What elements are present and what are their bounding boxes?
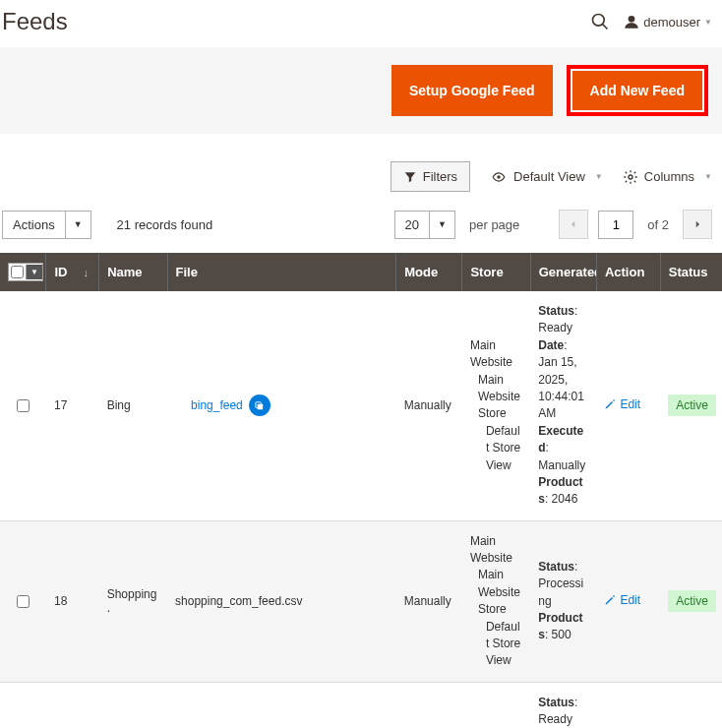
table-row: 19Google Feedfeed-1By ScheduleMain Websi… [0,682,722,728]
svg-point-4 [629,175,632,179]
pencil-icon [604,398,616,410]
edit-link[interactable]: Edit [604,397,640,411]
gear-icon [623,169,638,185]
of-pages-label: of 2 [647,217,669,232]
col-header-store[interactable]: Store [462,253,530,291]
pager-next-button[interactable] [683,210,712,239]
cell-name: Shopping. [99,520,167,682]
file-download-link[interactable]: bing_feed [175,398,243,412]
action-bar: Setup Google Feed Add New Feed [0,47,722,134]
columns-label: Columns [644,169,694,184]
copy-button[interactable] [249,394,271,416]
svg-point-2 [629,16,635,23]
col-header-action[interactable]: Action [596,253,660,291]
filters-label: Filters [423,169,457,184]
file-name-label: shopping_com_feed.csv [175,594,302,608]
copy-icon [254,400,265,411]
col-header-name[interactable]: Name [99,253,167,291]
columns-button[interactable]: Columns [623,169,712,185]
cell-action: Edit [596,291,660,520]
col-header-generated[interactable]: Generated [530,253,596,291]
cell-mode: By Schedule [396,682,462,728]
svg-line-1 [603,25,608,30]
search-icon[interactable] [590,12,610,31]
cell-action: Edit [596,682,660,728]
row-checkbox[interactable] [17,399,30,412]
page-size-value: 20 [394,211,430,239]
cell-id: 18 [46,520,99,682]
actions-select[interactable]: Actions ▼ [2,211,91,239]
funnel-icon [403,170,417,184]
feeds-table: ▼ ID↓ Name File Mode Store Generated Act… [0,253,722,728]
cell-mode: Manually [396,520,462,682]
status-badge: Active [668,394,716,416]
cell-generated: Status: ReadyDate: Oct 1, 2019, 8:50:44 … [530,682,596,728]
default-view-label: Default View [513,169,585,184]
pager-prev-button[interactable] [559,210,588,239]
records-found-label: 21 records found [117,217,213,232]
chevron-right-icon [692,219,702,229]
svg-point-0 [593,15,605,27]
cell-file: feed-1 [167,682,396,728]
cell-status: Active [660,520,722,682]
cell-status: Active [660,291,722,520]
cell-name: Google Feed [99,682,167,728]
edit-label: Edit [620,397,640,411]
setup-google-feed-button[interactable]: Setup Google Feed [391,65,553,116]
svg-point-3 [497,175,501,179]
cell-store: Main WebsiteMain Website StoreDefault St… [462,520,530,682]
status-badge: Active [668,590,716,612]
chevron-down-icon: ▼ [430,211,455,239]
cell-name: Bing [99,291,167,520]
current-page-input[interactable] [598,211,633,239]
per-page-label: per page [469,217,519,232]
col-header-check[interactable]: ▼ [0,253,46,291]
cell-generated: Status: ReadyDate: Jan 15, 2025, 10:44:0… [530,291,596,520]
add-new-feed-button[interactable]: Add New Feed [572,71,702,110]
svg-rect-5 [258,404,264,410]
file-name-label: bing_feed [191,398,243,412]
cell-id: 17 [46,291,99,520]
chevron-down-icon: ▼ [704,18,712,27]
cell-file: bing_feed [167,291,396,520]
filters-button[interactable]: Filters [391,161,470,192]
chevron-left-icon [569,219,578,229]
edit-link[interactable]: Edit [604,593,640,607]
col-header-status[interactable]: Status [660,253,722,291]
eye-icon [490,170,508,184]
user-menu[interactable]: demouser ▼ [624,14,712,30]
cell-mode: Manually [396,291,462,520]
cell-store: Main WebsiteMain Website StoreDefault St… [462,291,530,520]
cell-action: Edit [596,520,660,682]
edit-label: Edit [620,593,640,607]
col-header-file[interactable]: File [167,253,396,291]
highlight-add-new: Add New Feed [567,65,708,116]
cell-id: 19 [46,682,99,728]
sort-arrow-icon: ↓ [83,267,89,278]
table-row: 18Shopping.shopping_com_feed.csvManually… [0,520,722,682]
default-view-button[interactable]: Default View [490,169,603,184]
page-size-select[interactable]: 20 ▼ [394,211,455,239]
table-row: 17Bingbing_feedManuallyMain WebsiteMain … [0,291,722,520]
page-title: Feeds [2,8,68,35]
download-icon [175,399,187,411]
row-checkbox[interactable] [17,595,30,608]
cell-status: Active [660,682,722,728]
chevron-down-icon: ▼ [26,265,42,279]
cell-store: Main WebsiteMain Website StoreDefault St… [462,682,530,728]
chevron-down-icon: ▼ [66,211,91,239]
select-all-checkbox[interactable] [11,266,24,278]
cell-file: shopping_com_feed.csv [167,520,396,682]
col-header-mode[interactable]: Mode [396,253,462,291]
col-header-id[interactable]: ID↓ [46,253,99,291]
actions-select-label: Actions [2,211,66,239]
username-label: demouser [643,15,700,30]
cell-generated: Status: ProcessingProducts: 500 [530,520,596,682]
pencil-icon [604,594,616,606]
